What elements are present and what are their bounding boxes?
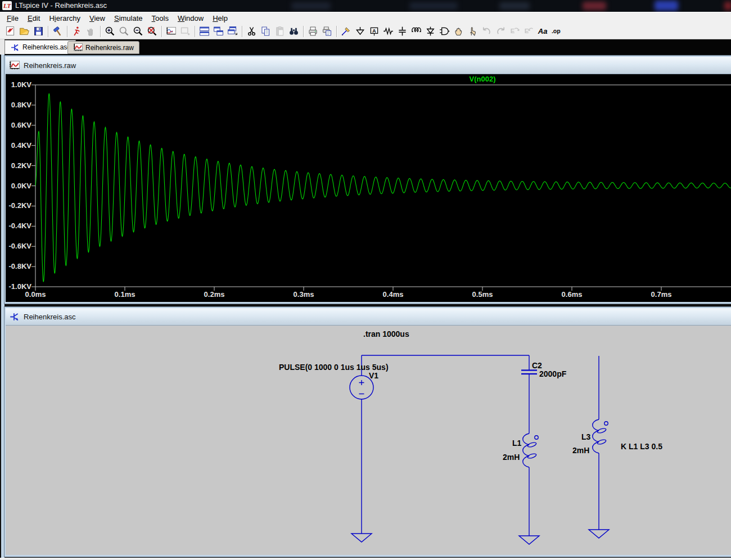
tab-reihenkreis-asc[interactable]: Reihenkreis.asc	[4, 40, 76, 54]
x-tick-label: 0.6ms	[554, 290, 590, 299]
y-tick-label: -0.8KV	[6, 262, 31, 270]
y-tick-label: -1.0KV	[6, 282, 31, 291]
move-button[interactable]	[452, 24, 466, 38]
tab-reihenkreis-raw[interactable]: Reihenkreis.raw	[67, 41, 139, 54]
menu-edit[interactable]: Edit	[23, 13, 44, 24]
run-button[interactable]	[70, 24, 84, 38]
text-button[interactable]: Aa	[536, 24, 550, 38]
resistor-button[interactable]	[381, 24, 395, 38]
phase-dot	[604, 422, 608, 425]
schematic-window: Reihenkreis.asc	[4, 307, 731, 557]
cascade-windows-button[interactable]	[225, 24, 240, 38]
diode-button[interactable]	[423, 24, 437, 38]
copy-button[interactable]	[259, 24, 273, 38]
l1-ref[interactable]: L1	[512, 439, 521, 448]
l3-inductor[interactable]	[593, 356, 608, 530]
zoom-full-extents-button[interactable]	[145, 24, 159, 38]
v1-ref[interactable]: V1	[369, 371, 378, 380]
cut-button[interactable]	[245, 24, 259, 38]
open-icon	[19, 25, 30, 37]
new-schematic-button[interactable]	[3, 24, 17, 38]
svg-text:Aa: Aa	[538, 27, 548, 35]
trace-v-n002[interactable]	[35, 94, 731, 282]
y-tick-label: 0.4KV	[6, 141, 31, 150]
inductor-button[interactable]	[409, 24, 423, 38]
print-icon	[307, 25, 319, 37]
open-button[interactable]	[17, 24, 31, 38]
autorange-y-icon	[165, 25, 177, 37]
ltspice-logo-icon: LT	[2, 1, 12, 10]
component-button[interactable]	[437, 24, 452, 38]
wire-button[interactable]	[339, 24, 353, 38]
phase-dot	[535, 436, 538, 439]
diode-icon	[425, 25, 436, 37]
menu-tools[interactable]: Tools	[147, 13, 173, 24]
undo-button	[480, 24, 494, 38]
window-border	[0, 39, 4, 55]
ground-button[interactable]	[353, 24, 367, 38]
menu-view[interactable]: View	[85, 13, 110, 24]
toolbar-separator	[100, 26, 101, 37]
menu-bar: FileEditHierarchyViewSimulateToolsWindow…	[0, 12, 731, 24]
toolbar: AEEAa.op	[0, 24, 731, 39]
toolbar-separator	[303, 26, 304, 37]
zoom-out-button[interactable]	[131, 24, 145, 38]
menu-help[interactable]: Help	[208, 13, 232, 24]
ground-symbol[interactable]	[589, 530, 609, 538]
title-bar[interactable]: LT LTspice IV - Reihenkreis.asc	[0, 0, 731, 12]
waveform-window: Reihenkreis.raw V(n002) 1.0KV0.8KV0.6KV0…	[4, 56, 731, 304]
c2-ref[interactable]: C2	[532, 361, 542, 370]
plot-pane[interactable]: V(n002) 1.0KV0.8KV0.6KV0.4KV0.2KV0.0KV-0…	[6, 74, 731, 302]
capacitor-button[interactable]	[395, 24, 409, 38]
plot-axes-and-trace	[6, 74, 731, 302]
ltspice-window: LT LTspice IV - Reihenkreis.asc FileEdit…	[0, 0, 731, 560]
v1-voltage-source[interactable]	[350, 355, 373, 534]
spice-directive-icon: .op	[551, 25, 563, 37]
coupling-directive[interactable]: K L1 L3 0.5	[621, 442, 662, 451]
ground-symbol[interactable]	[519, 536, 539, 544]
toolbar-separator	[48, 26, 48, 37]
menu-window[interactable]: Window	[173, 13, 208, 24]
tran-directive[interactable]: .tran 1000us	[363, 329, 409, 338]
toolbar-separator	[67, 26, 67, 37]
menu-simulate[interactable]: Simulate	[110, 13, 147, 24]
l1-inductor[interactable]	[523, 433, 538, 536]
v1-value[interactable]: PULSE(0 1000 0 1us 1us 5us)	[279, 363, 389, 372]
schematic-canvas[interactable]: .tran 1000usPULSE(0 1000 0 1us 1us 5us)V…	[6, 326, 731, 555]
l3-value[interactable]: 2mH	[572, 446, 589, 455]
l3-ref[interactable]: L3	[581, 432, 590, 441]
paste-icon	[274, 25, 286, 37]
menu-file[interactable]: File	[2, 13, 23, 24]
svg-text:A: A	[372, 28, 376, 34]
halt-icon	[85, 25, 97, 37]
drag-button[interactable]	[466, 24, 480, 38]
toolbar-separator	[242, 26, 242, 37]
toolbar-separator	[195, 26, 195, 37]
control-panel-button[interactable]	[51, 24, 65, 38]
tile-horizontal-button[interactable]	[197, 24, 211, 38]
zoom-in-button[interactable]	[103, 24, 117, 38]
find-button[interactable]	[287, 24, 301, 38]
tab-label: Reihenkreis.raw	[85, 44, 134, 52]
schematic-window-titlebar[interactable]: Reihenkreis.asc	[6, 308, 731, 326]
waveform-window-titlebar[interactable]: Reihenkreis.raw	[6, 57, 731, 74]
y-tick-label: 0.8KV	[6, 101, 31, 109]
aero-blur-artifact	[499, 2, 530, 10]
c2-value[interactable]: 2000pF	[539, 369, 566, 378]
net-label-button[interactable]: A	[367, 24, 381, 38]
tile-horizontal-icon	[198, 25, 210, 37]
save-button[interactable]	[31, 24, 46, 38]
rotate-icon: E	[523, 25, 535, 37]
new-schematic-icon	[4, 25, 16, 37]
waveform-icon	[9, 61, 20, 70]
print-button[interactable]	[306, 24, 320, 38]
menu-hierarchy[interactable]: Hierarchy	[44, 13, 85, 24]
print-preview-button[interactable]	[320, 24, 334, 38]
autorange-y-button[interactable]	[164, 24, 178, 38]
pan-view-icon	[179, 25, 191, 37]
l1-value[interactable]: 2mH	[503, 453, 520, 462]
aero-blur-artifact	[291, 2, 331, 10]
ground-symbol[interactable]	[351, 534, 372, 542]
tile-vertical-button[interactable]	[211, 24, 225, 38]
spice-directive-button[interactable]: .op	[550, 24, 564, 38]
